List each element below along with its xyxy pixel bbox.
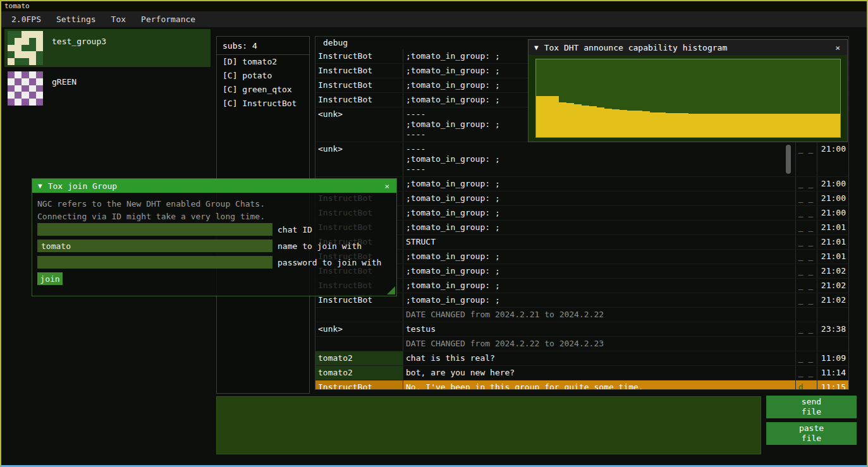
chat-message-text: ;tomato_in_group: ; <box>403 279 795 293</box>
chat-message-text: testus <box>403 322 795 336</box>
app-window: tomato 2.0FPS Settings Tox Performance t… <box>0 0 868 467</box>
group-item[interactable]: gREEN <box>4 70 211 107</box>
chat-scrollbar[interactable] <box>786 145 791 174</box>
histogram-bar <box>817 114 825 137</box>
histogram-bar <box>688 114 696 137</box>
chat-message-text: ---- ;tomato_in_group: ; ---- <box>403 142 795 176</box>
menu-bar: 2.0FPS Settings Tox Performance <box>1 11 867 27</box>
chat-timestamp: 21:01 <box>817 221 848 234</box>
group-avatar <box>8 71 43 106</box>
histogram-bar <box>742 114 749 137</box>
histogram-bar <box>650 112 657 137</box>
chat-flags <box>795 337 817 351</box>
histogram-bar <box>681 113 688 137</box>
chat-flags: _ _ <box>795 221 817 234</box>
chat-message-text: ;tomato_in_group: ; <box>403 293 795 307</box>
histogram-bar <box>795 114 802 137</box>
histogram-bar <box>726 114 734 137</box>
histogram-bar <box>757 114 764 137</box>
chat-sender: <unk> <box>315 322 403 336</box>
resize-grip-icon[interactable] <box>387 286 395 294</box>
chat-sender: tomato2 <box>315 366 403 380</box>
histogram-bar <box>627 111 635 137</box>
chat-message-text: DATE CHANGED from 2024.2.22 to 2024.2.23 <box>403 337 795 351</box>
menu-item-performance[interactable]: Performance <box>133 11 203 27</box>
member-item[interactable]: [D] tomato2 <box>217 55 309 69</box>
collapse-icon[interactable]: ▼ <box>534 44 539 52</box>
chat-timestamp: 21:02 <box>817 264 848 278</box>
chat-message-row[interactable]: InstructBotNo, I've been in this group f… <box>315 380 848 389</box>
chat-message-text: ;tomato_in_group: ; <box>403 206 795 220</box>
chat-message-text: ;tomato_in_group: ; <box>403 177 795 191</box>
message-input[interactable] <box>216 396 761 454</box>
chat-message-row[interactable]: tomato2chat is this real?_ _11:09 <box>315 351 848 366</box>
chat-flags: _ _ <box>795 293 817 307</box>
send-file-button[interactable]: send file <box>766 396 857 418</box>
join-button[interactable]: join <box>37 272 63 285</box>
join-group-window: ▼ Tox join Group × NGC refers to the New… <box>32 178 397 296</box>
chat-message-row[interactable]: tomato2bot, are you new here?_ _11:14 <box>315 366 848 380</box>
histogram-bar <box>749 114 757 137</box>
histogram-bar <box>604 109 612 138</box>
chat-sender: tomato2 <box>315 351 403 365</box>
chat-system-row[interactable]: DATE CHANGED from 2024.2.21 to 2024.2.22 <box>315 308 848 322</box>
group-item[interactable]: test_group3 <box>4 29 211 67</box>
chat-system-row[interactable]: DATE CHANGED from 2024.2.22 to 2024.2.23 <box>315 337 848 351</box>
members-header: subs: 4 <box>217 37 309 55</box>
member-item[interactable]: [C] green_qtox <box>217 83 309 97</box>
chat-sender: <unk> <box>315 142 403 176</box>
chat-message-text: ;tomato_in_group: ; <box>403 221 795 234</box>
menu-item-settings[interactable]: Settings <box>49 11 104 27</box>
histogram-bar <box>642 111 650 137</box>
member-item[interactable]: [C] InstructBot <box>217 97 309 111</box>
chat-timestamp: 21:00 <box>817 142 848 176</box>
window-titlebar: tomato <box>1 1 867 11</box>
chat-timestamp <box>817 308 848 322</box>
paste-file-button[interactable]: paste file <box>766 422 857 445</box>
member-item[interactable]: [C] potato <box>217 69 309 83</box>
chat-message-row[interactable]: <unk>testus_ _23:38 <box>315 322 848 337</box>
chat-message-row[interactable]: <unk>---- ;tomato_in_group: ; ----_ _21:… <box>315 142 848 177</box>
close-icon[interactable]: × <box>383 181 391 191</box>
histogram-bar <box>544 96 551 137</box>
collapse-icon[interactable]: ▼ <box>38 182 42 190</box>
join-password-input[interactable] <box>37 256 272 269</box>
chat-timestamp: 21:02 <box>817 279 848 293</box>
chat-id-input[interactable] <box>37 223 272 236</box>
menu-item-tox[interactable]: Tox <box>104 11 133 27</box>
chat-timestamp: 21:01 <box>817 235 848 249</box>
histogram-window-titlebar[interactable]: ▼ Tox DHT announce capability histogram … <box>529 40 847 55</box>
chat-sender: <unk> <box>315 107 403 142</box>
chat-flags: _ _ <box>795 322 817 336</box>
histogram-window: ▼ Tox DHT announce capability histogram … <box>528 39 848 142</box>
chat-sender <box>315 337 403 351</box>
member-list: [D] tomato2[C] potato[C] green_qtox[C] I… <box>217 55 309 111</box>
join-info-text: NGC refers to the New DHT enabled Group … <box>37 198 391 210</box>
histogram-bar <box>582 106 589 137</box>
histogram-bar <box>589 106 597 137</box>
chat-message-text: ;tomato_in_group: ; <box>403 250 795 264</box>
chat-message-text: STRUCT <box>403 235 795 249</box>
join-info-text: Connecting via ID might take a very long… <box>37 210 391 223</box>
histogram-bar <box>787 114 795 137</box>
chat-sender: InstructBot <box>315 78 403 92</box>
group-avatar <box>8 31 43 65</box>
histogram-bar <box>772 114 779 137</box>
chat-flags: _ _ <box>795 250 817 264</box>
histogram-bar <box>764 114 772 137</box>
group-name: test_group3 <box>52 37 106 65</box>
chat-flags <box>795 308 817 322</box>
chat-timestamp: 21:01 <box>817 250 848 264</box>
join-name-input[interactable] <box>37 240 272 252</box>
close-icon[interactable]: × <box>834 43 841 52</box>
chat-flags: _ _ <box>795 235 817 249</box>
chat-timestamp: 11:09 <box>817 351 848 365</box>
chat-timestamp: 21:00 <box>817 177 848 191</box>
chat-timestamp: 11:15 <box>817 380 848 389</box>
histogram-bar <box>536 96 544 137</box>
chat-id-label: chat ID <box>278 225 312 234</box>
chat-timestamp: 21:00 <box>817 191 848 205</box>
histogram-bar <box>719 114 726 137</box>
join-window-titlebar[interactable]: ▼ Tox join Group × <box>32 179 396 193</box>
histogram-bar <box>802 114 810 137</box>
